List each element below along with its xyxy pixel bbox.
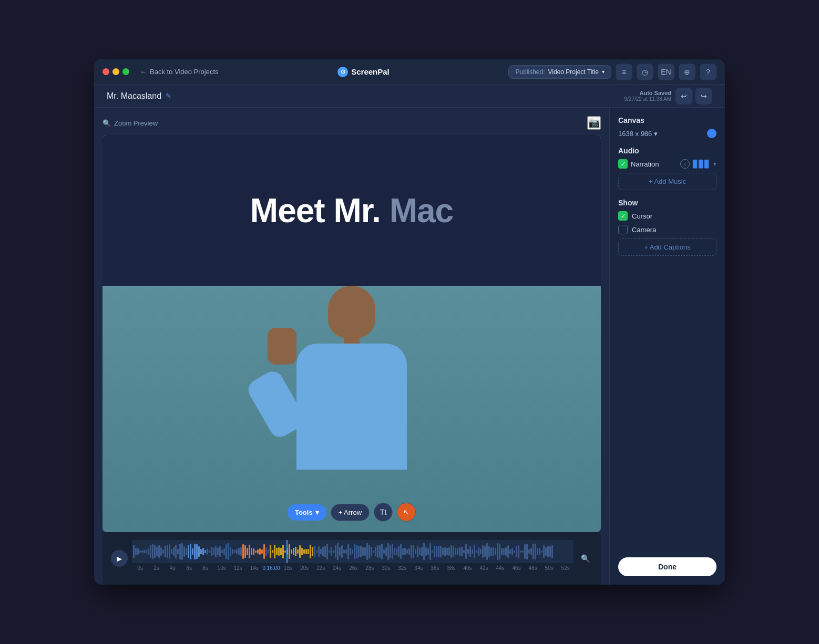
waveform[interactable] [132, 540, 574, 563]
time-mark-20: 20s [296, 565, 313, 571]
canvas-size-button[interactable]: 1638 x 986 ▾ [618, 130, 658, 138]
waveform-bars [132, 540, 574, 563]
tools-toolbar: Tools ▾ + Arrow Tt ↖ [288, 503, 416, 522]
narration-info-icon[interactable]: i [680, 159, 690, 169]
minimize-window-button[interactable] [112, 68, 119, 75]
playhead[interactable] [286, 540, 288, 563]
canvas-size-row: 1638 x 986 ▾ [618, 129, 716, 138]
brand-logo: ⊙ ScreenPal [337, 67, 390, 77]
search-timeline-button[interactable]: 🔍 [578, 551, 592, 566]
editor-area: 🔍 Zoom Preview 📷 Meet Mr. Mac [94, 108, 609, 585]
canvas-color-dot[interactable] [707, 129, 716, 138]
timeline-controls: ▶ 0:16:00 0s 2s [111, 536, 592, 580]
narration-expand-icon[interactable]: ▾ [713, 161, 716, 168]
time-mark-18: 18s [280, 565, 296, 571]
add-captions-button[interactable]: + Add Captions [618, 238, 716, 256]
add-music-button[interactable]: + Add Music [618, 173, 716, 190]
autosave-date: 9/27/22 at 11:38 AM [624, 96, 671, 102]
person-figure [262, 286, 441, 532]
edit-project-name-icon[interactable]: ✎ [166, 92, 171, 100]
time-mark-2: 2s [148, 565, 165, 571]
arrow-button[interactable]: + Arrow [331, 504, 370, 521]
zoom-preview-button[interactable]: 🔍 Zoom Preview [103, 119, 158, 127]
add-captions-label: + Add Captions [644, 243, 691, 251]
time-mark-38: 38s [443, 565, 459, 571]
time-ruler-row: 0:16:00 0s 2s 4s 6s 8s 10s 12s 14s 0:16:… [132, 565, 574, 577]
brand-name: ScreenPal [351, 67, 390, 76]
audio-title: Audio [618, 147, 716, 155]
done-button[interactable]: Done [618, 557, 716, 576]
text-tool-button[interactable]: Tt [374, 503, 393, 522]
time-mark-26: 26s [345, 565, 362, 571]
language-button[interactable]: EN [658, 64, 674, 80]
right-panel: Canvas 1638 x 986 ▾ Audio ✓ Narration i … [609, 108, 725, 585]
canvas-size-text: 1638 x 986 [618, 130, 652, 138]
screenshot-button[interactable]: 📷 [587, 116, 601, 130]
time-mark-48: 48s [525, 565, 541, 571]
canvas-title: Canvas [618, 116, 716, 124]
cursor-tool-button[interactable]: ↖ [397, 503, 416, 522]
redo-button[interactable]: ↪ [695, 88, 712, 105]
time-mark-44: 44s [492, 565, 508, 571]
video-container: Meet Mr. Mac [103, 135, 601, 532]
layers-icon-button[interactable]: ≡ [616, 64, 632, 80]
maximize-window-button[interactable] [122, 68, 129, 75]
window-controls [103, 68, 129, 75]
history-icon-button[interactable]: ◷ [637, 64, 653, 80]
time-mark-10: 10s [213, 565, 230, 571]
tools-button[interactable]: Tools ▾ [288, 504, 326, 521]
stacks-icon-button[interactable]: ⊕ [679, 64, 695, 80]
person-body [296, 344, 407, 470]
back-arrow-icon: ← [140, 68, 147, 76]
time-mark-34: 34s [411, 565, 427, 571]
publish-label: Published: [515, 68, 545, 76]
narration-checkbox[interactable]: ✓ [618, 159, 628, 169]
title-right: Published: Video Project Title ▾ ≡ ◷ EN … [508, 64, 716, 80]
camera-checkbox[interactable] [618, 225, 628, 234]
timeline-track[interactable]: 0:16:00 0s 2s 4s 6s 8s 10s 12s 14s 0:16:… [132, 540, 574, 577]
video-preview: Meet Mr. Mac [103, 135, 601, 532]
back-to-projects-button[interactable]: ← Back to Video Projects [140, 68, 219, 76]
video-title-overlay: Meet Mr. Mac [103, 135, 601, 286]
project-name: Mr. Macasland ✎ [107, 91, 171, 101]
subtitle-bar: Mr. Macasland ✎ Auto Saved 9/27/22 at 11… [94, 85, 725, 108]
done-label: Done [658, 563, 677, 571]
tools-label: Tools [295, 508, 313, 516]
time-mark-42: 42s [476, 565, 492, 571]
play-button[interactable]: ▶ [111, 550, 128, 567]
time-mark-28: 28s [362, 565, 378, 571]
publish-button[interactable]: Published: Video Project Title ▾ [508, 65, 611, 79]
time-mark-50: 50s [541, 565, 557, 571]
canvas-section: Canvas 1638 x 986 ▾ [618, 116, 716, 138]
time-mark-4: 4s [165, 565, 181, 571]
audio-section: Audio ✓ Narration i ▊▊▊ ▾ + Add Music [618, 147, 716, 190]
time-mark-32: 32s [394, 565, 411, 571]
text-tool-label: Tt [380, 508, 386, 516]
time-mark-12: 12s [230, 565, 246, 571]
time-mark-6: 6s [181, 565, 197, 571]
camera-label: Camera [632, 226, 656, 234]
show-title: Show [618, 199, 716, 207]
close-window-button[interactable] [103, 68, 109, 75]
project-name-text: Mr. Macasland [107, 91, 161, 101]
time-mark-46: 46s [508, 565, 525, 571]
time-mark-52: 52s [557, 565, 574, 571]
camera-show-row: Camera [618, 225, 716, 234]
spacer [618, 264, 716, 549]
time-mark-22: 22s [313, 565, 329, 571]
cursor-checkbox[interactable]: ✓ [618, 211, 628, 221]
cursor-label: Cursor [632, 212, 652, 220]
autosave-info: Auto Saved 9/27/22 at 11:38 AM [624, 90, 671, 102]
help-icon-button[interactable]: ? [700, 64, 716, 80]
back-label: Back to Video Projects [150, 68, 219, 76]
title-center: ⊙ ScreenPal [225, 67, 503, 77]
time-mark-8: 8s [197, 565, 213, 571]
time-mark-24: 24s [329, 565, 345, 571]
zoom-preview-label: Zoom Preview [114, 119, 158, 127]
video-title-text: Meet Mr. Mac [250, 191, 453, 230]
time-mark-36: 36s [427, 565, 443, 571]
brand-icon: ⊙ [337, 67, 348, 77]
publish-value: Video Project Title [548, 68, 599, 76]
undo-button[interactable]: ↩ [675, 88, 692, 105]
audio-levels-icon[interactable]: ▊▊▊ [693, 160, 710, 168]
